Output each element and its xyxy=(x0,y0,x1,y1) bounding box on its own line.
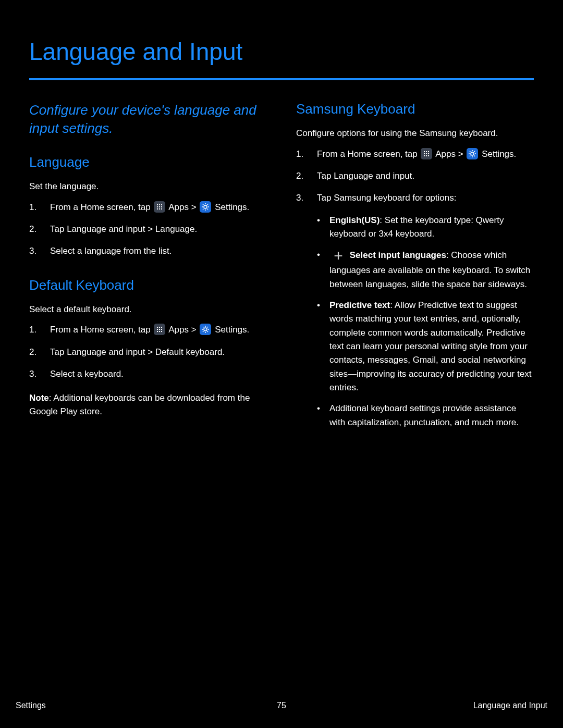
bullet-bold: Select input languages xyxy=(350,250,446,260)
note-bold: Note xyxy=(29,393,49,403)
samsung-kb-step-3: 3. Tap Samsung keyboard for options: xyxy=(296,191,534,205)
bullet-text: : Allow Predictive text to suggest words… xyxy=(329,300,531,392)
heading-language: Language xyxy=(29,154,267,170)
settings-icon xyxy=(467,148,478,159)
step-number: 1. xyxy=(296,147,303,161)
step-text: Tap Language and input > Language. xyxy=(50,224,197,234)
footer-right: Language and Input xyxy=(370,701,547,710)
apps-icon xyxy=(421,148,432,159)
left-column: Configure your device's language and inp… xyxy=(29,101,267,437)
intro-text: Configure your device's language and inp… xyxy=(29,101,267,138)
page-title: Language and Input xyxy=(29,38,534,80)
settings-label: Settings xyxy=(482,149,513,159)
step-number: 3. xyxy=(296,191,303,205)
add-icon: + xyxy=(331,248,346,264)
apps-label: Apps xyxy=(168,202,189,212)
step-text: From a Home screen, tap xyxy=(50,202,153,212)
step-text: Tap Language and input > Default keyboar… xyxy=(50,347,225,357)
step-number: 2. xyxy=(296,169,303,183)
apps-label: Apps xyxy=(168,325,189,335)
language-intro: Set the language. xyxy=(29,180,267,193)
page-footer: Settings 75 Language and Input xyxy=(16,701,547,710)
bullet-text: Additional keyboard settings provide ass… xyxy=(329,403,519,427)
footer-left: Settings xyxy=(16,701,193,710)
samsung-kb-step-2: 2. Tap Language and input. xyxy=(296,169,534,183)
samsung-kb-intro: Configure options for using the Samsung … xyxy=(296,127,534,140)
svg-point-1 xyxy=(204,328,207,331)
heading-default-keyboard: Default Keyboard xyxy=(29,277,267,293)
settings-icon xyxy=(200,324,211,335)
step-number: 3. xyxy=(29,367,36,381)
step-text: Tap Language and input. xyxy=(317,171,414,181)
language-step-1: 1. From a Home screen, tap Apps > Settin… xyxy=(29,201,267,214)
step-text: > xyxy=(191,325,199,335)
default-kb-step-1: 1. From a Home screen, tap Apps > Settin… xyxy=(29,323,267,337)
apps-icon xyxy=(154,324,165,335)
step-number: 2. xyxy=(29,346,36,359)
default-kb-intro: Select a default keyboard. xyxy=(29,303,267,316)
step-number: 1. xyxy=(29,201,36,214)
default-kb-step-3: 3. Select a keyboard. xyxy=(29,367,267,381)
bullet-bold: English(US) xyxy=(329,215,380,225)
step-text: . xyxy=(514,149,517,159)
bullet-english-us: English(US): Set the keyboard type: Qwer… xyxy=(296,214,534,241)
settings-label: Settings xyxy=(215,325,247,335)
bullet-additional-settings: Additional keyboard settings provide ass… xyxy=(296,402,534,429)
note-body: : Additional keyboards can be downloaded… xyxy=(29,393,250,416)
default-kb-step-2: 2. Tap Language and input > Default keyb… xyxy=(29,346,267,359)
right-column: Samsung Keyboard Configure options for u… xyxy=(296,101,534,437)
apps-label: Apps xyxy=(435,149,456,159)
heading-samsung-keyboard: Samsung Keyboard xyxy=(296,101,534,117)
svg-point-0 xyxy=(204,205,207,208)
footer-page-number: 75 xyxy=(193,701,370,710)
language-step-2: 2. Tap Language and input > Language. xyxy=(29,223,267,236)
step-text: Select a language from the list. xyxy=(50,246,172,256)
step-text: > xyxy=(458,149,466,159)
step-text: Tap Samsung keyboard for options: xyxy=(317,193,456,203)
apps-icon xyxy=(154,201,165,213)
step-text: > xyxy=(191,202,199,212)
step-text: From a Home screen, tap xyxy=(317,149,420,159)
language-step-3: 3. Select a language from the list. xyxy=(29,244,267,258)
step-text: . xyxy=(247,202,250,212)
step-number: 2. xyxy=(29,223,36,236)
bullet-bold: Predictive text xyxy=(329,300,390,310)
step-text: Select a keyboard. xyxy=(50,369,124,379)
svg-point-2 xyxy=(471,152,474,155)
settings-label: Settings xyxy=(215,202,247,212)
settings-icon xyxy=(200,201,211,213)
bullet-predictive-text: Predictive text: Allow Predictive text t… xyxy=(296,299,534,394)
step-number: 3. xyxy=(29,244,36,258)
note-text: Note: Additional keyboards can be downlo… xyxy=(29,391,267,418)
step-text: . xyxy=(247,325,250,335)
samsung-kb-step-1: 1. From a Home screen, tap Apps > Settin… xyxy=(296,147,534,161)
step-number: 1. xyxy=(29,323,36,337)
bullet-select-languages: + Select input languages: Choose which l… xyxy=(296,248,534,291)
step-text: From a Home screen, tap xyxy=(50,325,153,335)
